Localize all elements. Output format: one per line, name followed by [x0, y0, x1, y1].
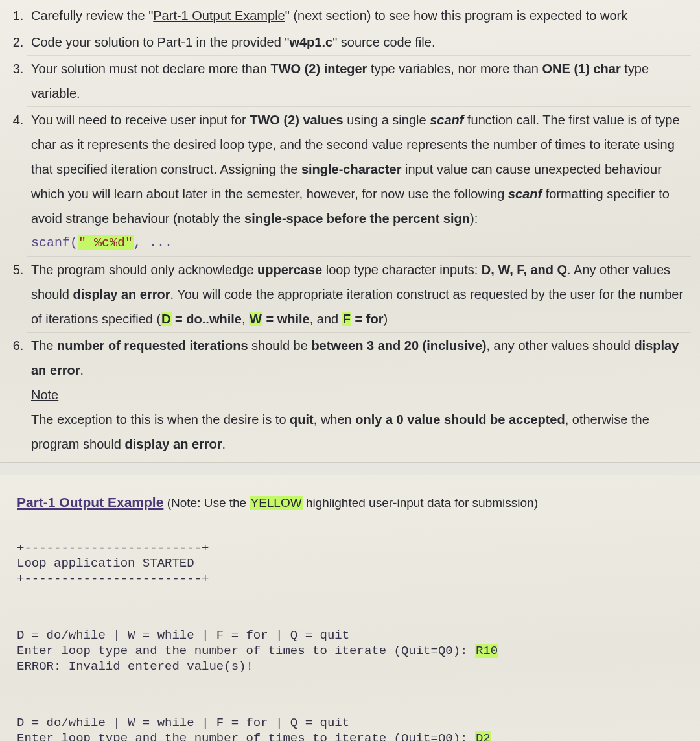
border-bottom: +------------------------+ — [17, 572, 209, 586]
text: . — [222, 437, 226, 451]
scanf-word-2: scanf — [508, 187, 542, 201]
instruction-item-2: Code your solution to Part-1 in the prov… — [27, 29, 691, 56]
output-block: Part-1 Output Example (Note: Use the YEL… — [0, 475, 700, 741]
two-int: TWO (2) integer — [270, 62, 367, 76]
instruction-item-6: The number of requested iterations shoul… — [27, 333, 691, 457]
instruction-item-4: You will need to receive user input for … — [27, 107, 691, 257]
single-space: single-space before the percent sign — [244, 211, 470, 226]
display-error-3: display an error — [125, 437, 222, 451]
text: loop type character inputs: — [322, 263, 482, 277]
text: , any other values should — [486, 338, 634, 353]
prompt-line: Enter loop type and the number of times … — [17, 731, 475, 741]
prompt-line: Enter loop type and the number of times … — [17, 644, 475, 658]
instruction-item-5: The program should only acknowledge uppe… — [27, 257, 691, 333]
menu-line: D = do/while | W = while | F = for | Q =… — [17, 628, 349, 642]
text: . — [80, 363, 84, 377]
text: , when — [314, 412, 355, 427]
text: Code your solution to Part-1 in the prov… — [31, 35, 289, 49]
text: " (next section) to see how this program… — [285, 8, 627, 23]
text: should be — [248, 338, 312, 353]
filename: w4p1.c — [289, 35, 332, 49]
text: Your solution must not declare more than — [31, 62, 270, 76]
user-input: R10 — [475, 644, 498, 658]
display-error: display an error — [73, 287, 170, 301]
output-note-b: highlighted user-input data for submissi… — [303, 496, 538, 510]
for: = for — [351, 312, 383, 326]
scanf-code: scanf(" %c%d", ... — [31, 231, 691, 255]
menu-line: D = do/while | W = while | F = for | Q =… — [17, 716, 349, 730]
instruction-item-1: Carefully review the "Part-1 Output Exam… — [27, 3, 691, 29]
quit: quit — [290, 412, 314, 427]
code-format-string: " %c%d" — [78, 235, 134, 250]
two-values: TWO (2) values — [250, 113, 343, 127]
banner-text: Loop application STARTED — [17, 556, 194, 570]
code-post: , ... — [134, 235, 172, 250]
output-heading: Part-1 Output Example (Note: Use the YEL… — [17, 489, 691, 515]
letters: D, W, F, and Q — [482, 263, 567, 277]
text: " source code file. — [332, 35, 435, 49]
text: using a single — [344, 113, 430, 127]
while: = while — [262, 312, 310, 326]
instructions-block: Carefully review the "Part-1 Output Exam… — [0, 0, 700, 463]
output-banner: +------------------------+ Loop applicat… — [17, 526, 691, 603]
letter-f: F — [342, 312, 351, 326]
user-input: D2 — [475, 731, 491, 741]
output-group-1: D = do/while | W = while | F = for | Q =… — [17, 613, 691, 690]
num-iter: number of requested iterations — [57, 338, 248, 353]
between: between 3 and 20 (inclusive) — [311, 338, 486, 353]
sep: , — [242, 312, 249, 326]
text: You will need to receive user input for — [31, 113, 250, 127]
note-label: Note — [31, 388, 58, 402]
text: The — [31, 338, 57, 353]
text: type variables, nor more than — [367, 62, 542, 76]
sep: , and — [310, 312, 342, 326]
letter-d: D — [161, 312, 171, 326]
zero-value: only a 0 value should be accepted — [355, 412, 565, 427]
instruction-item-3: Your solution must not declare more than… — [27, 56, 691, 107]
code-pre: scanf( — [31, 235, 78, 250]
one-char: ONE (1) char — [542, 62, 621, 76]
uppercase: uppercase — [257, 263, 322, 277]
text: The exception to this is when the desire… — [31, 412, 290, 427]
instruction-list: Carefully review the "Part-1 Output Exam… — [9, 3, 691, 457]
scanf-word: scanf — [430, 113, 463, 127]
text: ): — [470, 211, 478, 226]
text: The program should only acknowledge — [31, 263, 257, 277]
single-char: single-character — [301, 162, 402, 176]
yellow-word: YELLOW — [250, 496, 302, 510]
output-group-2: D = do/while | W = while | F = for | Q =… — [17, 700, 691, 741]
text: Carefully review the " — [31, 8, 153, 23]
result-line: ERROR: Invalid entered value(s)! — [17, 659, 253, 674]
dowhile: = do..while — [172, 312, 242, 326]
text: ) — [383, 312, 388, 326]
output-title: Part-1 Output Example — [17, 495, 163, 510]
border-top: +------------------------+ — [17, 541, 209, 556]
part1-link[interactable]: Part-1 Output Example — [153, 8, 285, 23]
letter-w: W — [249, 312, 262, 326]
output-note-a: (Note: Use the — [163, 496, 250, 510]
